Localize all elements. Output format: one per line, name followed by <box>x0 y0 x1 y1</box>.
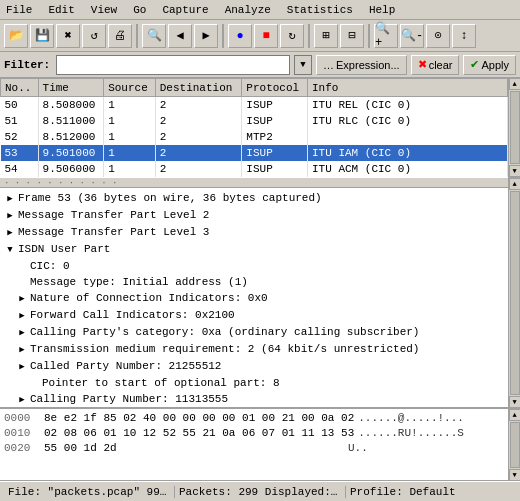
close-capture-button[interactable]: ✖ <box>56 24 80 48</box>
menu-statistics[interactable]: Statistics <box>285 4 355 16</box>
hex-scrollbar[interactable]: ▲ ▼ <box>508 409 520 481</box>
expand-arrow-7[interactable]: ▶ <box>16 308 28 324</box>
menu-analyze[interactable]: Analyze <box>223 4 273 16</box>
detail-item-4: CIC: 0 <box>0 258 508 274</box>
detail-item-2[interactable]: ▶ Message Transfer Part Level 3 <box>0 224 508 241</box>
detail-item-7[interactable]: ▶ Forward Call Indicators: 0x2100 <box>0 307 508 324</box>
menu-view[interactable]: View <box>89 4 119 16</box>
filter-dropdown-button[interactable]: ▼ <box>294 55 312 75</box>
detail-scroll[interactable]: ▶ Frame 53 (36 bytes on wire, 36 bytes c… <box>0 188 508 407</box>
detail-hscroll[interactable]: · · · · · · · · · · · <box>0 178 508 188</box>
detail-item-0[interactable]: ▶ Frame 53 (36 bytes on wire, 36 bytes c… <box>0 190 508 207</box>
cell-1: 8.508000 <box>38 97 104 113</box>
cell-4: ISUP <box>242 97 308 113</box>
menu-help[interactable]: Help <box>367 4 397 16</box>
capture-stop-button[interactable]: ■ <box>254 24 278 48</box>
expand-arrow-2[interactable]: ▶ <box>4 225 16 241</box>
cell-1: 9.506000 <box>38 161 104 177</box>
packet-list[interactable]: No.. Time Source Destination Protocol In… <box>0 78 508 178</box>
detail-scrollbar[interactable]: ▲ ▼ <box>508 178 520 408</box>
zoom-out-button[interactable]: 🔍- <box>400 24 424 48</box>
packet-row-0[interactable]: 508.50800012ISUPITU REL (CIC 0) <box>1 97 508 113</box>
packet-row-4[interactable]: 549.50600012ISUPITU ACM (CIC 0) <box>1 161 508 177</box>
hex-ascii-1: ......RU!......S <box>358 426 464 441</box>
expand-arrow-0[interactable]: ▶ <box>4 191 16 207</box>
detail-scroll-down[interactable]: ▼ <box>509 396 521 408</box>
capture-restart-button[interactable]: ↻ <box>280 24 304 48</box>
apply-button[interactable]: ✔ Apply <box>463 55 516 75</box>
expand-arrow-6[interactable]: ▶ <box>16 291 28 307</box>
reload-button[interactable]: ↺ <box>82 24 106 48</box>
expand-arrow-8[interactable]: ▶ <box>16 325 28 341</box>
display-filter-button[interactable]: ⊟ <box>340 24 364 48</box>
expand-arrow-3[interactable]: ▼ <box>4 242 16 258</box>
expand-arrow-1[interactable]: ▶ <box>4 208 16 224</box>
col-info: Info <box>308 79 508 97</box>
hex-scroll-up[interactable]: ▲ <box>509 409 521 421</box>
filter-input[interactable] <box>56 55 290 75</box>
sep4 <box>368 24 370 48</box>
packet-list-scrollbar[interactable]: ▲ ▼ <box>508 78 520 177</box>
expand-arrow-10[interactable]: ▶ <box>16 359 28 375</box>
detail-text-4: CIC: 0 <box>30 258 504 274</box>
menu-file[interactable]: File <box>4 4 34 16</box>
detail-item-6[interactable]: ▶ Nature of Connection Indicators: 0x0 <box>0 290 508 307</box>
expand-arrow-9[interactable]: ▶ <box>16 342 28 358</box>
hex-ascii-2: U.. <box>348 441 368 456</box>
detail-item-1[interactable]: ▶ Message Transfer Part Level 2 <box>0 207 508 224</box>
detail-item-12[interactable]: ▶ Calling Party Number: 11313555 <box>0 391 508 407</box>
detail-text-6: Nature of Connection Indicators: 0x0 <box>30 290 504 306</box>
cell-0: 52 <box>1 129 39 145</box>
print-button[interactable]: 🖨 <box>108 24 132 48</box>
forward-button[interactable]: ▶ <box>194 24 218 48</box>
capture-start-button[interactable]: ● <box>228 24 252 48</box>
open-file-button[interactable]: 📂 <box>4 24 28 48</box>
filterbar: Filter: ▼ … Expression... ✖ clear ✔ Appl… <box>0 52 520 78</box>
status-profile: Profile: Default <box>346 486 516 498</box>
hex-scroll-thumb[interactable] <box>510 422 520 468</box>
menubar: File Edit View Go Capture Analyze Statis… <box>0 0 520 20</box>
expression-button[interactable]: … Expression... <box>316 55 407 75</box>
menu-capture[interactable]: Capture <box>160 4 210 16</box>
expand-arrow-12[interactable]: ▶ <box>16 392 28 407</box>
scroll-up-arrow[interactable]: ▲ <box>509 78 521 90</box>
detail-item-9[interactable]: ▶ Transmission medium requirement: 2 (64… <box>0 341 508 358</box>
detail-item-3[interactable]: ▼ ISDN User Part <box>0 241 508 258</box>
detail-item-8[interactable]: ▶ Calling Party's category: 0xa (ordinar… <box>0 324 508 341</box>
back-button[interactable]: ◀ <box>168 24 192 48</box>
menu-go[interactable]: Go <box>131 4 148 16</box>
cell-5: ITU IAM (CIC 0) <box>308 145 508 161</box>
zoom-reset-button[interactable]: ⊙ <box>426 24 450 48</box>
hex-offset-2: 0020 <box>4 441 40 456</box>
find-button[interactable]: 🔍 <box>142 24 166 48</box>
cell-0: 54 <box>1 161 39 177</box>
packet-row-3[interactable]: 539.50100012ISUPITU IAM (CIC 0) <box>1 145 508 161</box>
cell-2: 1 <box>104 113 156 129</box>
detail-item-10[interactable]: ▶ Called Party Number: 21255512 <box>0 358 508 375</box>
cell-5 <box>308 129 508 145</box>
clear-button[interactable]: ✖ clear <box>411 55 460 75</box>
hex-dump: 00008e e2 1f 85 02 40 00 00 00 00 01 00 … <box>0 409 508 481</box>
autoscroll-button[interactable]: ↕ <box>452 24 476 48</box>
capture-filter-button[interactable]: ⊞ <box>314 24 338 48</box>
cell-4: ISUP <box>242 145 308 161</box>
cell-3: 2 <box>155 97 242 113</box>
filter-label: Filter: <box>4 59 50 71</box>
cell-3: 2 <box>155 161 242 177</box>
packet-row-1[interactable]: 518.51100012ISUPITU RLC (CIC 0) <box>1 113 508 129</box>
menu-edit[interactable]: Edit <box>46 4 76 16</box>
save-button[interactable]: 💾 <box>30 24 54 48</box>
scroll-thumb[interactable] <box>510 91 520 164</box>
cell-1: 9.501000 <box>38 145 104 161</box>
detail-scroll-up[interactable]: ▲ <box>509 178 521 190</box>
expression-label: Expression... <box>336 59 400 71</box>
packet-row-2[interactable]: 528.51200012MTP2 <box>1 129 508 145</box>
scroll-down-arrow[interactable]: ▼ <box>509 165 521 177</box>
cell-5: ITU RLC (CIC 0) <box>308 113 508 129</box>
hex-scroll-down[interactable]: ▼ <box>509 469 521 481</box>
detail-item-5: Message type: Initial address (1) <box>0 274 508 290</box>
zoom-in-button[interactable]: 🔍+ <box>374 24 398 48</box>
detail-text-3: ISDN User Part <box>18 241 504 257</box>
detail-scroll-thumb[interactable] <box>510 191 520 395</box>
col-destination: Destination <box>155 79 242 97</box>
